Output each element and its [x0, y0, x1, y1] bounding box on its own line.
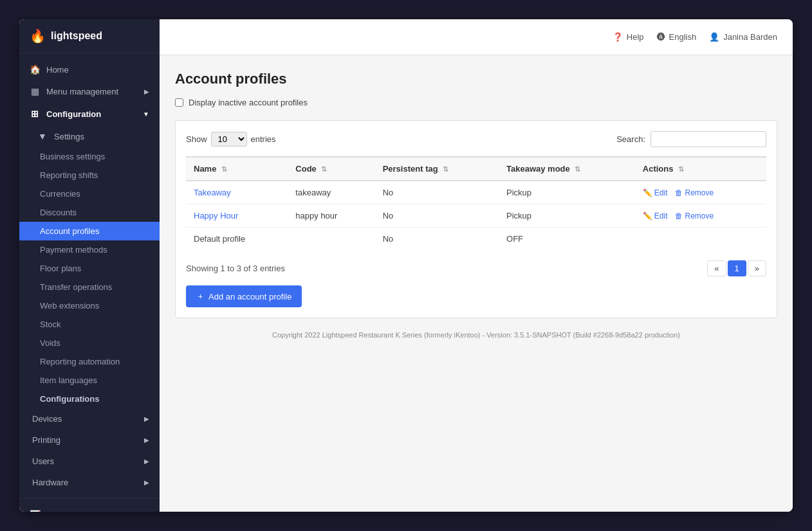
row2-takeaway: Pickup	[499, 204, 635, 228]
sidebar-item-reporting-shifts[interactable]: Reporting shifts	[19, 166, 160, 184]
row2-name-link[interactable]: Happy Hour	[194, 211, 238, 221]
language-icon: 🅐	[657, 32, 665, 42]
sidebar-item-devices[interactable]: Devices ▶	[19, 408, 160, 429]
sidebar-item-menu-management[interactable]: ▦ Menu management ▶	[19, 80, 160, 102]
content-card: Show 10 25 50 100 entries Search:	[175, 120, 777, 318]
inactive-checkbox[interactable]	[175, 98, 183, 107]
search-input[interactable]	[651, 131, 766, 147]
col-persistent-tag[interactable]: Persistent tag ⇅	[375, 157, 499, 181]
sidebar-item-floor-plans[interactable]: Floor plans	[19, 259, 160, 278]
sidebar-item-web-extensions[interactable]: Web extensions	[19, 296, 160, 315]
sidebar: 🔥 lightspeed 🏠 Home ▦ Menu management ▶ …	[19, 19, 160, 512]
language-label: English	[669, 32, 697, 42]
devices-arrow-icon: ▶	[144, 415, 149, 422]
add-account-profile-button[interactable]: ＋ Add an account profile	[186, 285, 302, 307]
row2-remove-label: Remove	[685, 212, 714, 221]
hardware-label: Hardware	[32, 478, 68, 487]
inactive-label: Display inactive account profiles	[189, 98, 308, 107]
table-row: Happy Hour happy hour No Pickup ✏️ Edit	[186, 204, 766, 228]
row1-edit-link[interactable]: ✏️ Edit	[643, 188, 668, 197]
col-name[interactable]: Name ⇅	[186, 157, 288, 181]
row2-actions-cell: ✏️ Edit 🗑 Remove	[643, 212, 759, 221]
sidebar-item-item-languages[interactable]: Item languages	[19, 371, 160, 390]
sidebar-item-configuration[interactable]: ⊞ Configuration ▼	[19, 102, 160, 125]
col-actions-label: Actions	[643, 164, 674, 174]
sidebar-item-configurations[interactable]: Configurations	[19, 390, 160, 408]
col-takeaway-mode[interactable]: Takeaway mode ⇅	[499, 157, 635, 181]
col-actions[interactable]: Actions ⇅	[635, 157, 766, 181]
row2-code: happy hour	[288, 204, 374, 228]
copyright-text: Copyright 2022 Lightspeed Restaurant K S…	[272, 331, 680, 339]
row3-takeaway: OFF	[499, 228, 635, 251]
sidebar-item-reports[interactable]: 📈 Reports ▶	[19, 504, 160, 512]
help-label: Help	[627, 32, 644, 42]
printing-arrow-icon: ▶	[144, 437, 149, 444]
sidebar-item-voids[interactable]: Voids	[19, 334, 160, 352]
account-profiles-table: Name ⇅ Code ⇅ Persistent tag ⇅	[186, 156, 766, 250]
row1-remove-label: Remove	[685, 188, 714, 197]
add-icon: ＋	[196, 291, 205, 302]
sidebar-item-config-label: Configuration	[46, 109, 101, 119]
table-footer: Showing 1 to 3 of 3 entries « 1 »	[186, 260, 766, 276]
sidebar-item-users[interactable]: Users ▶	[19, 451, 160, 472]
row3-name: Default profile	[186, 228, 288, 251]
reports-label: Reports	[46, 510, 76, 512]
row2-remove-link[interactable]: 🗑 Remove	[675, 212, 714, 221]
hardware-arrow-icon: ▶	[144, 479, 149, 486]
col-persistent-tag-label: Persistent tag	[383, 164, 438, 174]
language-selector[interactable]: 🅐 English	[657, 32, 697, 42]
sidebar-item-account-profiles[interactable]: Account profiles	[19, 222, 160, 240]
row3-actions	[635, 228, 766, 251]
header: ❓ Help 🅐 English 👤 Janina Barden	[160, 19, 793, 55]
devices-label: Devices	[32, 414, 62, 424]
entries-label: entries	[251, 134, 276, 144]
row3-persistent: No	[375, 228, 499, 251]
user-menu[interactable]: 👤 Janina Barden	[709, 32, 777, 42]
col-name-label: Name	[194, 164, 216, 174]
remove2-icon: 🗑	[675, 212, 683, 221]
col-code-label: Code	[295, 164, 317, 174]
row2-edit-label: Edit	[654, 212, 668, 221]
logo-icon: 🔥	[30, 28, 46, 44]
config-arrow-icon: ▼	[143, 111, 149, 118]
row1-name-link[interactable]: Takeaway	[194, 188, 231, 197]
prev-page-button[interactable]: «	[707, 260, 726, 276]
sidebar-item-reporting-automation[interactable]: Reporting automation	[19, 352, 160, 371]
settings-arrow-icon: ▼	[37, 131, 48, 141]
col-code-sort-icon: ⇅	[321, 165, 327, 173]
row3-code	[288, 228, 374, 251]
col-takeaway-sort-icon: ⇅	[575, 165, 580, 173]
inactive-checkbox-row: Display inactive account profiles	[175, 98, 777, 107]
sidebar-item-home[interactable]: 🏠 Home	[19, 59, 160, 80]
col-code[interactable]: Code ⇅	[288, 157, 374, 181]
sidebar-item-hardware[interactable]: Hardware ▶	[19, 472, 160, 493]
home-icon: 🏠	[30, 64, 40, 75]
help-button[interactable]: ❓ Help	[613, 32, 644, 42]
page-1-button[interactable]: 1	[728, 260, 746, 276]
sidebar-item-settings[interactable]: ▼ Settings	[19, 125, 160, 147]
sidebar-item-business-settings[interactable]: Business settings	[19, 147, 160, 166]
row1-remove-link[interactable]: 🗑 Remove	[675, 188, 714, 197]
row1-name: Takeaway	[186, 181, 288, 204]
row2-actions: ✏️ Edit 🗑 Remove	[635, 204, 766, 228]
next-page-button[interactable]: »	[748, 260, 766, 276]
sidebar-item-stock[interactable]: Stock	[19, 315, 160, 334]
edit2-icon: ✏️	[643, 212, 652, 221]
logo-text: lightspeed	[51, 30, 102, 42]
reports-arrow-icon: ▶	[144, 512, 149, 512]
row2-edit-link[interactable]: ✏️ Edit	[643, 212, 668, 221]
sidebar-bottom: 📈 Reports ▶ 🕐 Hours ▶ ⊞ Integrations ▶	[19, 498, 160, 512]
page-title: Account profiles	[175, 71, 777, 87]
sidebar-item-printing[interactable]: Printing ▶	[19, 429, 160, 451]
sidebar-item-discounts[interactable]: Discounts	[19, 203, 160, 222]
sidebar-item-transfer-operations[interactable]: Transfer operations	[19, 278, 160, 296]
show-label: Show	[186, 134, 207, 144]
table-controls: Show 10 25 50 100 entries Search:	[186, 131, 766, 147]
entries-select[interactable]: 10 25 50 100	[211, 132, 247, 147]
sidebar-item-currencies[interactable]: Currencies	[19, 184, 160, 203]
logo: 🔥 lightspeed	[19, 19, 160, 53]
sidebar-item-payment-methods[interactable]: Payment methods	[19, 240, 160, 259]
main-content: Account profiles Display inactive accoun…	[160, 55, 793, 512]
reports-icon: 📈	[30, 510, 40, 512]
menu-icon: ▦	[30, 86, 40, 96]
